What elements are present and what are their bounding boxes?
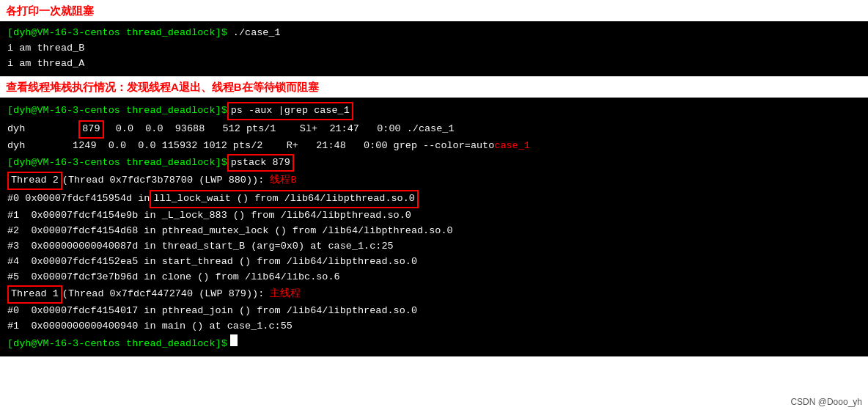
t2-frame1-1: #1 0x0000000000400940 in main () at case… (7, 319, 861, 334)
t2-last-prompt: [dyh@VM-16-3-centos thread_deadlock]$ (7, 337, 227, 352)
t2-frame0: #0 0x00007fdcf415954d in lll_lock_wait (… (7, 190, 861, 208)
terminal-2: [dyh@VM-16-3-centos thread_deadlock]$ ps… (0, 98, 868, 356)
t2-line2-post: 0.0 0.0 93688 512 pts/1 Sl+ 21:47 0:00 .… (104, 122, 455, 137)
cmd-1: ./case_1 (227, 27, 281, 38)
cursor-block (230, 334, 238, 346)
pstack-cmd-badge: pstack 879 (227, 154, 294, 172)
t2-line3-case1: case_1 (494, 139, 530, 154)
thread2-label: 线程B (264, 173, 296, 188)
t2-line2-pre: dyh (7, 122, 78, 137)
ps-cmd-badge: ps -aux |grep case_1 (227, 102, 353, 120)
t2-frame4: #4 0x00007fdcf4152ea5 in start_thread ()… (7, 255, 861, 270)
t2-frame1-0: #0 0x00007fdcf4154017 in pthread_join ()… (7, 304, 861, 319)
t2-thread2-line: Thread 2 (Thread 0x7fdcf3b78700 (LWP 880… (7, 172, 861, 190)
t2-line2: dyh 879 0.0 0.0 93688 512 pts/1 Sl+ 21:4… (7, 120, 861, 139)
prompt-1: [dyh@VM-16-3-centos thread_deadlock]$ (7, 27, 227, 38)
t2-line4: [dyh@VM-16-3-centos thread_deadlock]$ ps… (7, 154, 861, 172)
thread1-badge: Thread 1 (7, 285, 62, 304)
t2-prompt1: [dyh@VM-16-3-centos thread_deadlock]$ (7, 103, 227, 119)
t2-line1: [dyh@VM-16-3-centos thread_deadlock]$ ps… (7, 102, 861, 120)
terminal-1: [dyh@VM-16-3-centos thread_deadlock]$ ./… (0, 21, 868, 76)
t2-thread1-line: Thread 1 (Thread 0x7fdcf4472740 (LWP 879… (7, 285, 861, 304)
t2-line3: dyh 1249 0.0 0.0 115932 1012 pts/2 R+ 21… (7, 139, 861, 154)
t2-line3-pre: dyh 1249 0.0 0.0 115932 1012 pts/2 R+ 21… (7, 139, 494, 154)
t2-frame1: #1 0x00007fdcf4154e9b in _L_lock_883 () … (7, 208, 861, 224)
heading-1: 各打印一次就阻塞 (0, 0, 868, 21)
thread2-badge: Thread 2 (7, 172, 62, 190)
func0-badge: lll_lock_wait () from /lib64/libpthread.… (150, 190, 418, 208)
pid-badge: 879 (78, 120, 103, 139)
thread1-rest: (Thread 0x7fdcf4472740 (LWP 879)): (62, 287, 264, 302)
t2-frame5: #5 0x00007fdcf3e7b96d in clone () from /… (7, 270, 861, 285)
t2-prompt2: [dyh@VM-16-3-centos thread_deadlock]$ (7, 155, 227, 171)
heading-2: 查看线程堆栈执行情况：发现线程A退出、线程B在等待锁而阻塞 (0, 76, 868, 98)
terminal-1-line1: [dyh@VM-16-3-centos thread_deadlock]$ ./… (7, 26, 861, 41)
terminal-1-line3: i am thread_A (7, 56, 861, 72)
frame0-pre: #0 0x00007fdcf415954d in (7, 191, 150, 207)
t2-frame2: #2 0x00007fdcf4154d68 in pthread_mutex_l… (7, 224, 861, 239)
csdn-credit: CSDN @Dooo_yh (790, 397, 862, 407)
thread1-label: 主线程 (264, 287, 301, 302)
page-container: 各打印一次就阻塞 [dyh@VM-16-3-centos thread_dead… (0, 0, 868, 356)
thread2-rest: (Thread 0x7fdcf3b78700 (LWP 880)): (62, 173, 264, 188)
terminal-1-line2: i am thread_B (7, 41, 861, 56)
t2-last-line: [dyh@VM-16-3-centos thread_deadlock]$ (7, 334, 861, 352)
t2-frame3: #3 0x000000000040087d in thread_start_B … (7, 239, 861, 255)
